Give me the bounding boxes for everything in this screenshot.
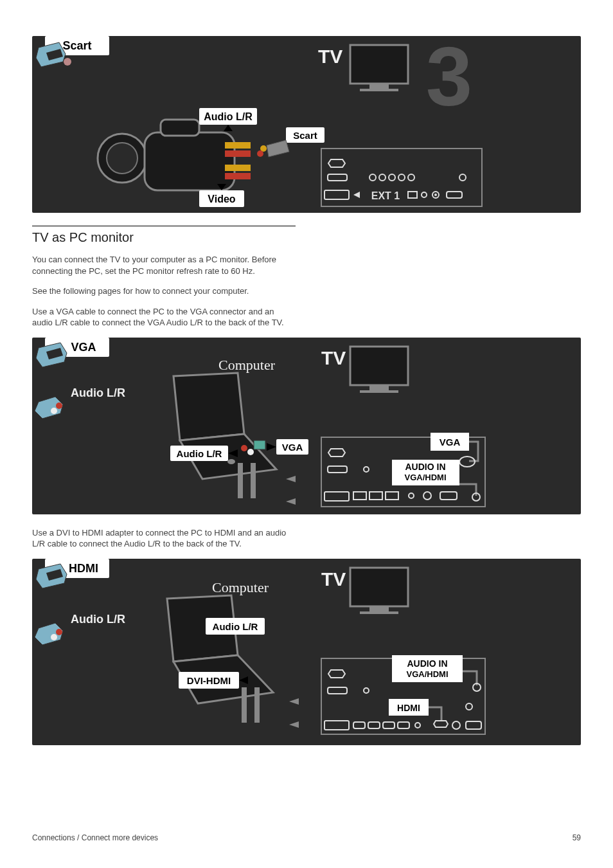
svg-rect-55 (254, 440, 265, 449)
svg-rect-47 (360, 390, 398, 393)
svg-point-4 (64, 58, 71, 66)
video-label: Video (208, 194, 236, 204)
svg-point-37 (434, 194, 437, 196)
svg-marker-59 (286, 498, 296, 505)
svg-point-54 (247, 449, 254, 455)
hdmi-tag: HDMI (69, 562, 98, 575)
dvi-hdmi-label: DVI-HDMI (187, 675, 231, 686)
svg-rect-6 (369, 84, 389, 89)
computer-handwriting: Computer (212, 579, 269, 595)
svg-rect-81 (360, 611, 398, 614)
svg-point-48 (227, 459, 235, 464)
svg-rect-86 (242, 687, 247, 723)
tv-back-panel: VGA AUDIO IN VGA/HDMI (321, 433, 485, 507)
footer-page-number: 59 (573, 833, 581, 842)
audio-in-label: AUDIO IN (405, 462, 446, 472)
section-heading: TV as PC monitor (32, 230, 296, 245)
svg-rect-10 (145, 132, 235, 190)
svg-point-43 (56, 402, 62, 409)
tv-back-panel: EXT 1 (321, 149, 482, 206)
vga-port-label: VGA (440, 437, 461, 448)
footer-breadcrumb: Connections / Connect more devices (32, 833, 158, 842)
svg-rect-79 (350, 568, 408, 606)
audio-lr-tag: Audio L/R (71, 613, 125, 626)
svg-rect-45 (350, 347, 408, 385)
audio-lr-mid: Audio L/R (177, 448, 222, 459)
audio-in-label: AUDIO IN (407, 658, 448, 669)
svg-rect-7 (360, 89, 398, 91)
svg-point-21 (257, 150, 263, 157)
body-paragraph: Use a DVI to HDMI adapter to connect the… (32, 527, 296, 550)
svg-point-9 (107, 143, 138, 174)
svg-marker-52 (267, 443, 276, 451)
svg-rect-15 (225, 173, 251, 179)
svg-text:Scart: Scart (62, 39, 91, 52)
laptop-icon (173, 373, 276, 479)
tv-label: TV (321, 347, 346, 368)
svg-point-53 (241, 445, 247, 451)
svg-point-77 (56, 629, 62, 635)
svg-rect-57 (251, 463, 256, 498)
diagram-scart-camcorder: 3 Scart TV (32, 36, 581, 213)
svg-marker-17 (224, 125, 233, 131)
svg-rect-13 (225, 150, 251, 157)
svg-point-78 (51, 634, 57, 640)
svg-rect-14 (225, 165, 251, 171)
diagram-dvi-hdmi-pc: HDMI Audio L/R Computer TV (32, 559, 581, 745)
audio-lr-mid: Audio L/R (213, 621, 258, 632)
vga-hdmi-label: VGA/HDMI (407, 669, 449, 679)
tv-label: TV (318, 46, 342, 67)
vga-tag: VGA (71, 341, 96, 354)
tv-label: TV (321, 568, 346, 590)
svg-rect-56 (238, 463, 243, 498)
scart-mid-label: Scart (293, 130, 317, 141)
svg-marker-88 (289, 698, 299, 705)
tv-icon (350, 45, 408, 91)
chapter-number: 3 (426, 36, 472, 123)
hdmi-port-label: HDMI (397, 703, 420, 713)
audio-lr-tag: Audio L/R (71, 386, 125, 399)
vga-hdmi-label: VGA/HDMI (405, 473, 447, 482)
svg-rect-80 (369, 606, 389, 611)
tv-back-panel: AUDIO IN VGA/HDMI HDMI (321, 655, 485, 734)
svg-marker-19 (267, 140, 289, 157)
vga-mid: VGA (282, 442, 303, 453)
svg-rect-11 (161, 120, 199, 136)
body-paragraph: You can connect the TV to your computer … (32, 254, 296, 276)
diagram-vga-pc: VGA Audio L/R Computer TV (32, 338, 581, 514)
section-rule (32, 226, 296, 226)
svg-rect-5 (350, 45, 408, 84)
svg-point-44 (51, 408, 57, 414)
body-paragraph: See the following pages for how to conne… (32, 285, 296, 297)
body-paragraph: Use a VGA cable to connect the PC to the… (32, 306, 296, 329)
svg-marker-58 (286, 476, 296, 482)
svg-rect-12 (225, 142, 251, 149)
audio-lr-label: Audio L/R (204, 111, 253, 122)
scart-tag: Scart (36, 36, 109, 67)
ext1-label: EXT 1 (371, 190, 400, 201)
svg-marker-89 (289, 721, 299, 728)
svg-rect-46 (369, 385, 389, 390)
computer-handwriting: Computer (218, 357, 276, 373)
svg-rect-87 (254, 687, 260, 723)
